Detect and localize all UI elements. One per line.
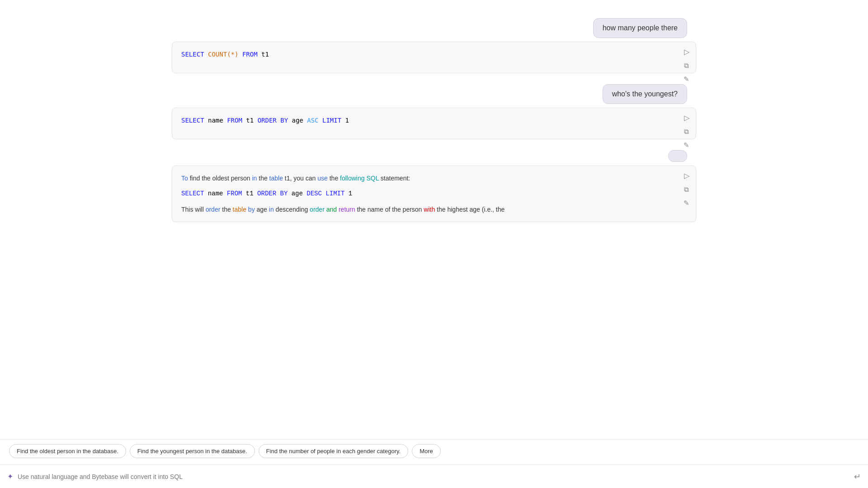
user-message-1: how many people there	[172, 18, 696, 38]
copy-icon-3	[684, 185, 689, 194]
sql-limit-val-2: 1	[345, 117, 349, 124]
ai-response-1-actions	[683, 47, 690, 84]
play-icon-3	[684, 171, 689, 180]
sql-col-name-2: name	[208, 117, 227, 124]
sql-keyword-limit-3: LIMIT	[326, 190, 344, 197]
suggestion-2[interactable]: Find the youngest person in the database…	[130, 444, 255, 458]
sql-keyword-limit-2: LIMIT	[322, 117, 341, 124]
sql-col-age-3: age	[292, 190, 307, 197]
nl-table: table	[269, 175, 283, 182]
copy-icon-2	[684, 128, 689, 136]
sql-keyword-from-2: FROM	[227, 117, 242, 124]
sql-keyword-order-3: ORDER BY	[257, 190, 288, 197]
edit-button-2[interactable]	[683, 140, 690, 150]
user-message-3	[172, 150, 696, 162]
nl-following: following	[340, 175, 364, 182]
edit-icon-1	[684, 75, 689, 83]
ai-response-1: SELECT COUNT(*) FROM t1	[172, 42, 696, 73]
suggestion-1[interactable]: Find the oldest person in the database.	[9, 444, 126, 458]
copy-button-1[interactable]	[683, 61, 690, 71]
copy-button-3[interactable]	[683, 185, 690, 194]
sql-keyword-from: FROM	[242, 51, 258, 58]
sql-table-3: t1	[246, 190, 257, 197]
input-bar	[0, 464, 868, 488]
edit-icon-2	[684, 141, 689, 149]
run-button-1[interactable]	[683, 47, 690, 57]
ai-response-2: SELECT name FROM t1 ORDER BY age ASC LIM…	[172, 108, 696, 139]
nl-in: in	[252, 175, 257, 182]
nl-order2: order	[206, 206, 221, 213]
more-suggestions-button[interactable]: More	[412, 444, 441, 458]
user-message-2: who's the youngest?	[172, 84, 696, 104]
play-icon-2	[684, 114, 689, 122]
sql-keyword-count: COUNT(*)	[208, 51, 238, 58]
sql-keyword-asc-2: ASC	[307, 117, 318, 124]
sql-keyword-select: SELECT	[181, 51, 204, 58]
send-button[interactable]	[854, 472, 861, 482]
run-button-2[interactable]	[683, 113, 690, 123]
play-icon-1	[684, 47, 689, 56]
sql-table-2: t1	[246, 117, 257, 124]
sql-keyword-order-2: ORDER BY	[258, 117, 288, 124]
nl-and: and	[326, 206, 337, 213]
natural-language-input[interactable]	[18, 473, 849, 480]
nl-of: of	[385, 206, 391, 213]
ai-outro-text: This will order the table by age in desc…	[181, 204, 673, 214]
suggestions-bar: Find the oldest person in the database. …	[0, 439, 868, 463]
sparkle-icon	[7, 472, 13, 481]
nl-table2: table	[233, 206, 246, 213]
sql-keyword-select-3: SELECT	[181, 190, 204, 197]
nl-to: To	[181, 175, 188, 182]
copy-button-2[interactable]	[683, 127, 690, 137]
sql-limit-val-3: 1	[349, 190, 352, 197]
nl-in2: in	[269, 206, 274, 213]
sql-table-1: t1	[261, 51, 269, 58]
user-bubble-3	[668, 150, 687, 162]
nl-return: return	[339, 206, 355, 213]
sql-col-age-2: age	[292, 117, 307, 124]
nl-use: use	[317, 175, 328, 182]
edit-icon-3	[684, 199, 689, 207]
user-bubble-2: who's the youngest?	[603, 84, 687, 104]
ai-response-2-actions	[683, 113, 690, 150]
suggestion-3[interactable]: Find the number of people in each gender…	[259, 444, 409, 458]
sql-keyword-from-3: FROM	[227, 190, 242, 197]
sql-code-3: SELECT name FROM t1 ORDER BY age DESC LI…	[181, 189, 673, 199]
run-button-3[interactable]	[683, 171, 690, 181]
nl-by2: by	[248, 206, 255, 213]
ai-intro-text: To find the oldest person in the table t…	[181, 173, 673, 183]
nl-sql: SQL	[366, 175, 379, 182]
copy-icon-1	[684, 62, 689, 70]
sql-keyword-select-2: SELECT	[181, 117, 204, 124]
chat-container: how many people there SELECT COUNT(*) FR…	[172, 0, 696, 242]
edit-button-1[interactable]	[683, 74, 690, 84]
ai-response-3: To find the oldest person in the table t…	[172, 166, 696, 222]
sql-col-name-3: name	[208, 190, 227, 197]
sql-code-1: SELECT COUNT(*) FROM t1	[181, 51, 269, 58]
ai-response-3-actions	[683, 171, 690, 208]
user-bubble-1: how many people there	[593, 18, 687, 38]
sql-code-2: SELECT name FROM t1 ORDER BY age ASC LIM…	[181, 117, 349, 124]
send-icon	[854, 472, 861, 481]
sql-keyword-desc-3: DESC	[307, 190, 322, 197]
chat-scroll-area[interactable]: how many people there SELECT COUNT(*) FR…	[0, 0, 868, 301]
nl-with: with	[424, 206, 435, 213]
nl-order3: order	[310, 206, 325, 213]
edit-button-3[interactable]	[683, 198, 690, 208]
